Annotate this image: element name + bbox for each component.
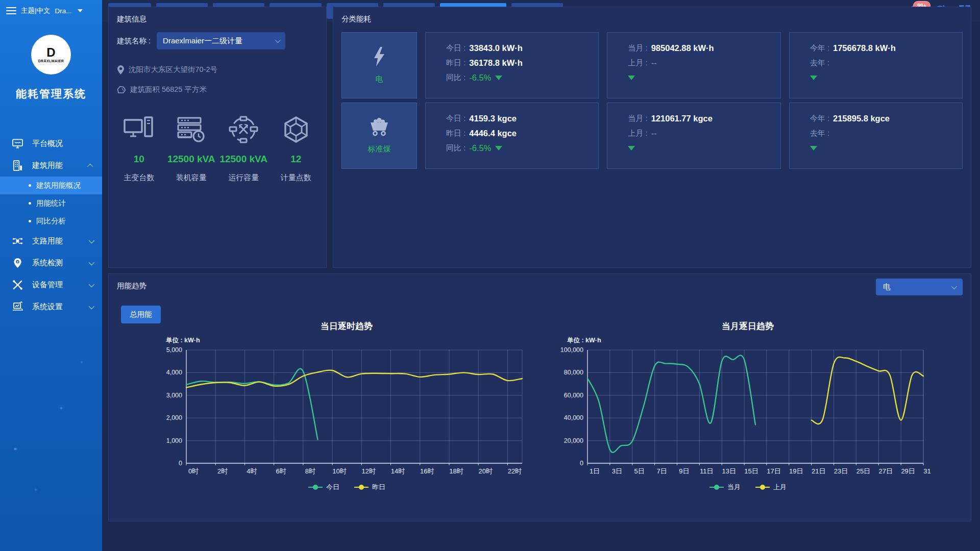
svg-text:16时: 16时 bbox=[420, 467, 434, 475]
legend-item[interactable]: 昨日 bbox=[354, 483, 385, 492]
logo: D DRÄXLMAIER 能耗管理系统 bbox=[0, 35, 102, 101]
stat-value: 10 bbox=[113, 154, 165, 165]
stat-label: 计量点数 bbox=[270, 173, 323, 183]
chevron-down-icon bbox=[89, 303, 94, 309]
energy-dashboard: 主题|中文 Dra... D DRÄXLMAIER 能耗管理系统 平台概况 bbox=[0, 0, 980, 551]
network-exchange-icon bbox=[217, 114, 270, 145]
chart-legend: 今日昨日 bbox=[153, 483, 541, 492]
svg-text:0: 0 bbox=[179, 460, 182, 467]
sidebar-item-system-detection[interactable]: 系统检测 bbox=[0, 252, 102, 274]
app-title: 能耗管理系统 bbox=[0, 87, 102, 101]
energy-type-select-value: 电 bbox=[883, 282, 891, 292]
chart-title: 当日逐时趋势 bbox=[153, 320, 541, 332]
logo-circle: D DRÄXLMAIER bbox=[31, 35, 71, 74]
svg-text:5,000: 5,000 bbox=[166, 346, 182, 354]
electricity-year-card: 今年 :1756678.8 kW·h 去年 : bbox=[789, 32, 963, 98]
chevron-down-icon bbox=[89, 237, 94, 243]
energy-type-select[interactable]: 电 bbox=[876, 279, 963, 295]
chevron-up-icon bbox=[87, 163, 93, 169]
main-area: 平台概况 支路信息× 仪表信息× 仪表产品× 用能概况× 配电监测× 建筑用能概… bbox=[102, 0, 980, 551]
category-energy-panel: 分类能耗 电 今日 :33843.0 kW·h 昨日 :36178.8 kW·h… bbox=[333, 7, 971, 268]
svg-text:14时: 14时 bbox=[391, 467, 405, 475]
coal-year-card: 今年 :215895.8 kgce 去年 : bbox=[789, 103, 963, 169]
monthly-daily-line-chart: 020,00040,00060,00080,000100,0001日3日5日7日… bbox=[554, 346, 932, 480]
legend-item[interactable]: 今日 bbox=[308, 483, 339, 492]
chevron-down-icon bbox=[951, 283, 957, 289]
sidebar-item-label: 设备管理 bbox=[32, 280, 63, 290]
trend-down-icon bbox=[628, 146, 635, 151]
theme-language-switcher[interactable]: 主题|中文 bbox=[21, 6, 51, 15]
stat-value: 12 bbox=[270, 154, 323, 165]
svg-text:60,000: 60,000 bbox=[564, 392, 583, 399]
svg-text:31日: 31日 bbox=[923, 467, 932, 475]
sidebar-subitem-yoy-analysis[interactable]: 同比分析 bbox=[0, 212, 102, 230]
coal-row: 标准煤 今日 :4159.3 kgce 昨日 :4446.4 kgce 同比 :… bbox=[341, 103, 963, 169]
building-address: 沈阳市大东区大望街70-2号 bbox=[117, 65, 318, 74]
chevron-down-icon bbox=[89, 259, 94, 265]
building-name-row: 建筑名称 : Draexlmaier一二级计量 bbox=[109, 29, 326, 49]
bullet-dot bbox=[29, 220, 31, 222]
sidebar-subitem-label: 同比分析 bbox=[36, 216, 66, 226]
user-dropdown-label[interactable]: Dra... bbox=[55, 7, 72, 15]
sidebar-item-device-management[interactable]: 设备管理 bbox=[0, 274, 102, 296]
svg-text:100,000: 100,000 bbox=[560, 346, 583, 354]
coal-month-card: 当月 :121061.77 kgce 上月 :-- bbox=[607, 103, 780, 169]
chevron-down-icon bbox=[89, 281, 94, 287]
legend-item[interactable]: 上月 bbox=[755, 483, 787, 492]
sidebar-menu: 平台概况 建筑用能 建筑用能概况 用能统计 同比分析 bbox=[0, 133, 102, 318]
user-caret-icon[interactable] bbox=[78, 9, 83, 12]
svg-text:20,000: 20,000 bbox=[564, 437, 583, 444]
bullet-dot bbox=[29, 202, 31, 205]
stat-main-transformers: 10 主变台数 bbox=[113, 114, 165, 183]
electricity-day-card: 今日 :33843.0 kW·h 昨日 :36178.8 kW·h 同比 :-6… bbox=[425, 32, 599, 98]
trend-down-icon bbox=[810, 146, 817, 151]
stat-running-capacity: 12500 kVA 运行容量 bbox=[217, 114, 270, 183]
panel-title: 分类能耗 bbox=[333, 7, 971, 29]
building-name-value: Draexlmaier一二级计量 bbox=[163, 36, 242, 46]
svg-text:11日: 11日 bbox=[700, 467, 714, 475]
chart-title: 当月逐日趋势 bbox=[554, 320, 942, 332]
sidebar-item-platform-overview[interactable]: 平台概况 bbox=[0, 133, 102, 155]
svg-text:40,000: 40,000 bbox=[564, 414, 583, 421]
electricity-month-card: 当月 :985042.88 kW·h 上月 :-- bbox=[607, 32, 780, 98]
stat-value: 12500 kVA bbox=[217, 154, 270, 165]
legend-item[interactable]: 当月 bbox=[709, 483, 741, 492]
stat-label: 运行容量 bbox=[217, 173, 270, 183]
chart-unit-label: 单位 : kW·h bbox=[567, 336, 942, 345]
total-energy-button[interactable]: 总用能 bbox=[121, 306, 161, 323]
svg-text:18时: 18时 bbox=[449, 467, 463, 475]
svg-text:13日: 13日 bbox=[722, 467, 736, 475]
minecart-icon bbox=[369, 117, 390, 137]
stat-label: 装机容量 bbox=[165, 173, 218, 183]
energy-type-label: 标准煤 bbox=[368, 144, 391, 154]
svg-text:7日: 7日 bbox=[656, 467, 667, 475]
svg-text:4,000: 4,000 bbox=[166, 369, 182, 376]
hexagon-lattice-icon bbox=[270, 114, 323, 145]
sidebar-subitem-energy-statistics[interactable]: 用能统计 bbox=[0, 194, 102, 212]
electricity-row: 电 今日 :33843.0 kW·h 昨日 :36178.8 kW·h 同比 :… bbox=[341, 32, 963, 98]
electricity-card: 电 bbox=[341, 32, 417, 98]
svg-text:2时: 2时 bbox=[217, 467, 228, 475]
server-clock-icon bbox=[165, 114, 218, 145]
sidebar-item-branch-energy[interactable]: 支路用能 bbox=[0, 230, 102, 252]
svg-text:27日: 27日 bbox=[879, 467, 893, 475]
sidebar-item-system-settings[interactable]: 系统设置 bbox=[0, 296, 102, 318]
area-outline-icon bbox=[117, 85, 126, 94]
lightning-icon bbox=[372, 46, 387, 67]
trend-down-icon bbox=[628, 76, 635, 80]
building-name-select[interactable]: Draexlmaier一二级计量 bbox=[157, 32, 285, 49]
sidebar-subitem-building-energy-overview[interactable]: 建筑用能概况 bbox=[0, 177, 102, 194]
sidebar-item-building-energy[interactable]: 建筑用能 bbox=[0, 155, 102, 177]
svg-text:1,000: 1,000 bbox=[166, 437, 182, 444]
building-stats: 10 主变台数 12500 kVA 装机容量 12500 kVA 运行容量 bbox=[109, 114, 326, 183]
logo-letter: D bbox=[46, 47, 55, 58]
monthly-daily-chart-block: 当月逐日趋势 单位 : kW·h 020,00040,00060,00080,0… bbox=[554, 320, 942, 492]
hamburger-menu-icon[interactable] bbox=[6, 5, 16, 16]
charts-row: 当日逐时趋势 单位 : kW·h 01,0002,0003,0004,0005,… bbox=[109, 320, 971, 492]
sidebar-item-label: 系统检测 bbox=[32, 258, 63, 268]
svg-text:3日: 3日 bbox=[612, 467, 622, 475]
svg-text:80,000: 80,000 bbox=[564, 369, 583, 376]
svg-text:3,000: 3,000 bbox=[166, 392, 182, 399]
svg-text:15日: 15日 bbox=[744, 467, 758, 475]
coal-card: 标准煤 bbox=[341, 103, 417, 169]
